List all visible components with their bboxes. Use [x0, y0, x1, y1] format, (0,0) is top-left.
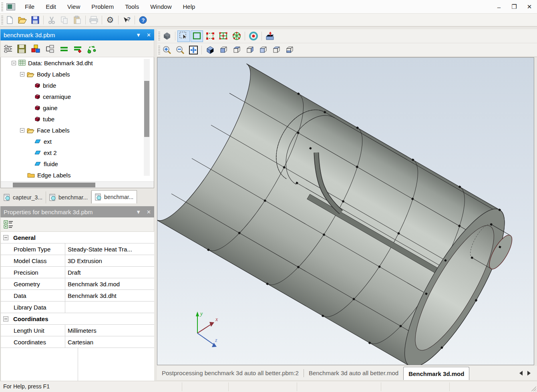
window-resize-grip[interactable] [531, 386, 536, 391]
help-button[interactable]: ? [137, 14, 149, 25]
model-tab-benchmark-auto[interactable]: Benchmark 3d auto all better.mod [304, 366, 403, 380]
doc-tab-benchmark-2[interactable]: benchmar... [91, 190, 137, 203]
tree-item-face-labels[interactable]: Face Labels [1, 125, 154, 136]
property-row-length-unit[interactable]: Length Unit Millimeters [1, 325, 154, 336]
toolbar-grip[interactable] [158, 32, 160, 40]
tree-item-data[interactable]: Data: Benchmark 3d.dht [1, 57, 154, 68]
tree-horizontal-scrollbar[interactable] [1, 181, 154, 188]
paste-button[interactable] [71, 14, 83, 25]
zoom-out-button[interactable] [174, 44, 186, 56]
app-icon[interactable] [6, 3, 15, 10]
cut-button[interactable] [46, 14, 58, 25]
property-value[interactable]: Benchmark 3d.mod [65, 278, 154, 289]
new-document-button[interactable] [4, 14, 16, 25]
property-value[interactable] [65, 302, 154, 313]
label-blocks-icon[interactable] [30, 44, 41, 54]
tab-scroll-left-icon[interactable] [517, 371, 523, 376]
tree-item-body-labels[interactable]: Body Labels [1, 68, 154, 80]
save-data-icon[interactable] [17, 44, 26, 54]
collapse-icon[interactable] [12, 61, 16, 65]
shaded-view-button[interactable] [161, 30, 173, 42]
property-row-library-data[interactable]: Library Data [1, 302, 154, 313]
tree-item-fluide[interactable]: fluide [1, 158, 154, 169]
equals-diamond-icon[interactable] [73, 44, 82, 54]
collapse-icon[interactable] [3, 235, 8, 240]
menu-edit[interactable]: Edit [40, 0, 62, 14]
property-row-problem-type[interactable]: Problem Type Steady-State Heat Tra... [1, 243, 154, 255]
close-button[interactable]: ✕ [525, 3, 534, 10]
menu-file[interactable]: File [19, 0, 40, 14]
view-bottom-button[interactable] [283, 44, 296, 56]
property-row-model-class[interactable]: Model Class 3D Extrusion [1, 255, 154, 267]
model-tab-benchmark-3d[interactable]: Benchmark 3d.mod [403, 367, 469, 380]
doc-tab-capteur[interactable]: capteur_3... [0, 191, 46, 203]
open-button[interactable] [16, 14, 28, 25]
point-probe-button[interactable] [247, 30, 259, 42]
panel-close-icon[interactable]: ✕ [147, 209, 151, 215]
select-faces-button[interactable] [217, 30, 229, 42]
print-button[interactable] [88, 14, 100, 25]
doc-tab-benchmark-1[interactable]: benchmar... [46, 191, 91, 203]
property-value[interactable]: Steady-State Heat Tra... [65, 243, 154, 255]
options-button[interactable]: ⚙ [104, 14, 116, 25]
scrollbar-thumb[interactable] [13, 183, 95, 187]
toolbar-grip[interactable] [1, 16, 3, 24]
property-value[interactable]: Cartesian [65, 336, 154, 348]
view-front-button[interactable] [217, 44, 229, 56]
select-vertices-button[interactable] [204, 30, 216, 42]
property-row-precision[interactable]: Precision Draft [1, 267, 154, 278]
tree-item-ext[interactable]: ext [1, 136, 154, 147]
collapse-icon[interactable] [20, 72, 24, 76]
restore-button[interactable]: ❐ [510, 3, 519, 10]
model-canvas[interactable]: y x z [157, 58, 534, 365]
select-rectangle-button[interactable] [191, 30, 203, 42]
property-value[interactable]: Millimeters [65, 325, 154, 336]
sliders-icon[interactable] [3, 44, 13, 54]
scrollbar-thumb[interactable] [144, 81, 149, 137]
menu-tools[interactable]: Tools [119, 0, 145, 14]
panel-close-icon[interactable]: ✕ [147, 32, 151, 38]
menu-view[interactable]: View [62, 0, 86, 14]
section-row-coordinates[interactable]: Coordinates [1, 313, 154, 325]
view-isometric-button[interactable] [204, 44, 216, 56]
recalculate-icon[interactable] [86, 44, 97, 54]
section-row-general[interactable]: General [1, 232, 154, 243]
toolbar-grip[interactable] [1, 2, 3, 11]
property-row-coordinates[interactable]: Coordinates Cartesian [1, 336, 154, 348]
property-row-data[interactable]: Data Benchmark 3d.dht [1, 290, 154, 302]
collapse-icon[interactable] [3, 316, 8, 322]
zoom-in-button[interactable] [161, 44, 173, 56]
property-value[interactable]: Draft [65, 267, 154, 278]
tree-item-ext-2[interactable]: ext 2 [1, 147, 154, 158]
panel-menu-chevron-icon[interactable]: ▼ [136, 32, 141, 38]
menu-problem[interactable]: Problem [86, 0, 119, 14]
view-top-button[interactable] [270, 44, 282, 56]
view-back-button[interactable] [230, 44, 243, 56]
toolbar-grip[interactable] [158, 46, 160, 54]
zoom-extents-button[interactable] [187, 44, 199, 56]
model-tab-postprocessing[interactable]: Postprocessing benchmark 3d auto all bet… [157, 366, 304, 380]
panel-menu-chevron-icon[interactable]: ▼ [136, 209, 141, 215]
minimize-button[interactable]: – [495, 4, 503, 10]
model-viewport[interactable]: y x z [157, 57, 534, 365]
tree-item-bride[interactable]: bride [1, 80, 154, 91]
property-row-geometry[interactable]: Geometry Benchmark 3d.mod [1, 278, 154, 290]
categorized-view-icon[interactable] [3, 219, 14, 230]
connection-icon[interactable] [45, 44, 55, 54]
menu-help[interactable]: Help [177, 0, 201, 14]
tree-vertical-scrollbar[interactable] [144, 59, 150, 176]
view-right-button[interactable] [257, 44, 269, 56]
tree-item-tube[interactable]: tube [1, 113, 154, 125]
copy-button[interactable] [58, 14, 70, 25]
property-value[interactable]: 3D Extrusion [65, 255, 154, 266]
collapse-icon[interactable] [20, 128, 24, 133]
save-button[interactable] [29, 14, 41, 25]
select-bodies-button[interactable] [230, 30, 243, 42]
equals-icon[interactable] [59, 44, 69, 54]
property-value[interactable]: Benchmark 3d.dht [65, 290, 154, 301]
select-mode-button[interactable] [177, 30, 190, 42]
view-left-button[interactable] [243, 44, 256, 56]
import-geometry-button[interactable] [264, 30, 276, 42]
tree-item-edge-labels[interactable]: Edge Labels [1, 169, 154, 181]
tree-item-ceramique[interactable]: ceramique [1, 91, 154, 102]
